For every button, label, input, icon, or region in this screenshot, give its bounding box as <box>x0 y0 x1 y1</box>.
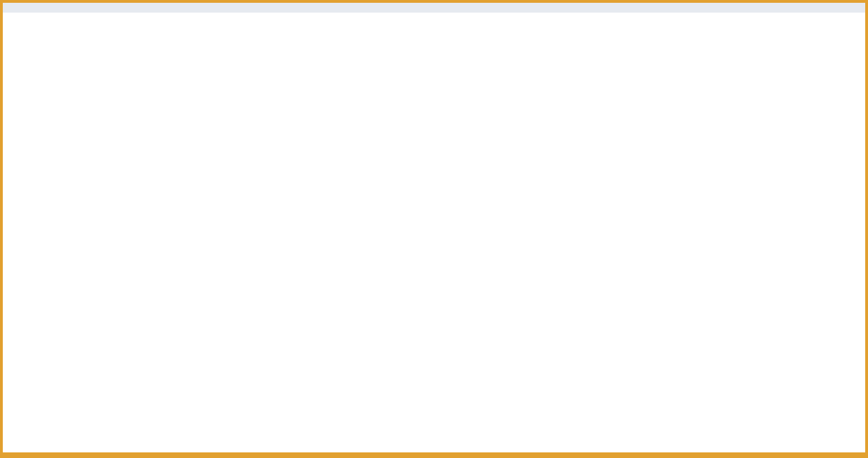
background-layer <box>3 3 865 452</box>
spreadsheet-frame <box>0 0 868 458</box>
column-header-row <box>3 3 865 13</box>
